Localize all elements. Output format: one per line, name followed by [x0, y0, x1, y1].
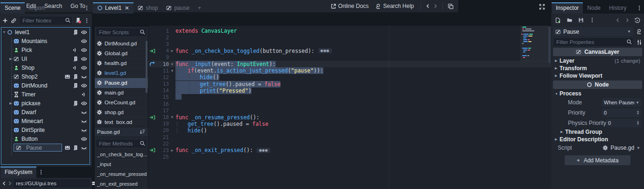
- fold-toggle-icon[interactable]: ▼: [169, 115, 175, 119]
- code-line-3[interactable]: 3: [148, 41, 551, 47]
- code-line-21[interactable]: 21: [148, 134, 551, 140]
- script-item-orecount.gd[interactable]: OreCount.gd: [95, 98, 148, 108]
- scene-tab-shop[interactable]: shop: [133, 2, 162, 14]
- script-badge-icon[interactable]: [73, 74, 78, 80]
- connected-slot-icon[interactable]: [149, 115, 156, 120]
- code-line-11[interactable]: 11▼⟩if(event.is_action_just_pressed("pau…: [148, 67, 551, 74]
- add-node-icon[interactable]: [2, 18, 8, 23]
- folded-code-icon[interactable]: ●●●: [257, 148, 270, 153]
- override-marker-icon[interactable]: [149, 61, 156, 67]
- visibility-on-icon[interactable]: [81, 136, 87, 142]
- code-line-4[interactable]: 4▶func _on_check_box_toggled(button_pres…: [148, 48, 551, 54]
- filesystem-menu-icon[interactable]: [36, 167, 46, 178]
- group-icon[interactable]: [64, 145, 70, 151]
- group-layer[interactable]: ▶Layer(1 change): [551, 57, 644, 65]
- code-line-12[interactable]: 12⟩⟩hide(): [148, 74, 551, 80]
- scene-dock-menu-icon[interactable]: [82, 2, 91, 14]
- method-item[interactable]: _on_check_box_tog...: [95, 150, 148, 160]
- folded-code-icon[interactable]: ●●●: [318, 48, 332, 53]
- tab-scene[interactable]: Scene: [0, 2, 25, 14]
- tree-row-minecart[interactable]: Minecart: [1, 116, 90, 125]
- script-badge-icon[interactable]: [73, 101, 78, 106]
- inspector-menu-icon[interactable]: [635, 2, 644, 14]
- tree-row-button[interactable]: Button: [1, 134, 90, 143]
- tree-row-shop[interactable]: Shop: [1, 63, 90, 72]
- code-line-15[interactable]: 15: [148, 94, 551, 101]
- tree-row-pickaxe[interactable]: ▶pickaxe: [1, 99, 90, 108]
- script-badge-icon[interactable]: [73, 145, 78, 151]
- code-line-14[interactable]: 14⟩⟩print("Pressed"): [148, 87, 551, 94]
- code-line-2[interactable]: 2: [148, 34, 551, 41]
- visibility-off-icon[interactable]: [81, 74, 87, 80]
- tree-row-dwarf[interactable]: Dwarf: [1, 108, 90, 116]
- tree-row-pick[interactable]: Pick: [1, 45, 90, 54]
- method-item[interactable]: _on_resume_pressed: [95, 169, 148, 179]
- code-minimap[interactable]: [520, 26, 549, 87]
- code-line-16[interactable]: 16: [148, 101, 551, 107]
- code-line-19[interactable]: 19⟩get_tree().paused = false: [148, 121, 551, 127]
- group-editor-description[interactable]: ▶Editor Description: [551, 136, 644, 143]
- visibility-off-icon[interactable]: [81, 109, 87, 115]
- new-resource-icon[interactable]: [555, 17, 561, 23]
- scene-menu-icon[interactable]: [84, 18, 90, 23]
- group-process[interactable]: ▼Process: [551, 90, 644, 97]
- connected-slot-icon[interactable]: [149, 48, 156, 54]
- expander-icon[interactable]: ▼: [1, 30, 7, 34]
- method-sort-icon[interactable]: [140, 129, 146, 135]
- script-item-dirtmound.gd[interactable]: DirtMound.gd: [95, 39, 148, 49]
- script-item-health.gd[interactable]: health.gd: [95, 58, 148, 68]
- add-metadata-button[interactable]: +Add Metadata: [565, 155, 631, 165]
- object-history-icon[interactable]: [634, 17, 640, 23]
- script-item-text_box.gd[interactable]: text_box.gd: [95, 117, 148, 124]
- tree-row-timer[interactable]: Timer: [1, 90, 90, 99]
- fullscreen-icon[interactable]: [539, 4, 545, 10]
- close-icon[interactable]: [125, 6, 129, 10]
- code-line-18[interactable]: 18▼func _on_resume_pressed():: [148, 114, 551, 120]
- forward-icon[interactable]: [7, 181, 12, 186]
- code-scrollbar[interactable]: [548, 27, 551, 63]
- spinner-arrows-icon[interactable]: ▲▼: [637, 121, 639, 125]
- tree-row-mountains[interactable]: Mountains: [1, 36, 90, 45]
- tree-row-pause[interactable]: Pause: [1, 143, 90, 152]
- scene-tab-pause[interactable]: pause: [162, 2, 194, 14]
- signal-connection-icon[interactable]: [73, 47, 78, 53]
- tree-row-level1[interactable]: ▼level1: [1, 28, 90, 36]
- tab-import[interactable]: Import: [25, 2, 49, 14]
- group-thread-group[interactable]: ▶Thread Group: [551, 128, 644, 136]
- visibility-off-icon[interactable]: [81, 145, 87, 151]
- save-resource-icon[interactable]: [578, 17, 584, 23]
- fold-toggle-icon[interactable]: ▼: [169, 62, 175, 66]
- code-line-25[interactable]: 25: [148, 154, 551, 160]
- visibility-on-icon[interactable]: [81, 38, 87, 44]
- code-line-1[interactable]: 1extends CanvasLayer: [148, 28, 551, 34]
- group-transform[interactable]: ▶Transform: [551, 65, 644, 72]
- signal-connection-icon[interactable]: [82, 92, 87, 97]
- property-tools-icon[interactable]: [637, 39, 642, 45]
- load-resource-icon[interactable]: [567, 17, 573, 23]
- tree-row-ui[interactable]: ▶UI: [1, 54, 90, 63]
- visibility-on-icon[interactable]: [81, 65, 87, 71]
- visibility-off-icon[interactable]: [81, 127, 87, 133]
- visibility-on-icon[interactable]: [81, 83, 87, 88]
- instance-scene-icon[interactable]: [11, 18, 16, 23]
- script-item-pause.gd[interactable]: Pause.gd: [95, 78, 148, 88]
- node-rename-box[interactable]: Pause: [14, 144, 62, 152]
- visibility-off-icon[interactable]: [81, 118, 87, 124]
- tab-node[interactable]: Node: [583, 2, 605, 14]
- script-badge-icon[interactable]: [73, 56, 78, 62]
- group-follow-viewport[interactable]: ▶Follow Viewport: [551, 72, 644, 80]
- tab-inspector[interactable]: Inspector: [552, 2, 583, 14]
- tree-row-dirtmound[interactable]: DirtMound: [1, 81, 90, 90]
- script-item-shop.gd[interactable]: shop.gd: [95, 108, 148, 117]
- property-dropdown[interactable]: When Paused▼: [602, 98, 641, 107]
- group-icon[interactable]: [64, 74, 70, 80]
- visibility-on-icon[interactable]: [81, 47, 87, 53]
- script-badge-icon[interactable]: [73, 83, 78, 88]
- script-item-main.gd[interactable]: main.gd: [95, 88, 148, 98]
- script-badge-icon[interactable]: [73, 29, 78, 35]
- method-item[interactable]: _input: [95, 160, 148, 169]
- script-value[interactable]: Pause.gd▼: [602, 145, 640, 151]
- fold-toggle-icon[interactable]: ▶: [169, 148, 175, 153]
- scene-tab-level1[interactable]: Level1: [93, 2, 133, 14]
- filter-properties-input[interactable]: [553, 37, 634, 47]
